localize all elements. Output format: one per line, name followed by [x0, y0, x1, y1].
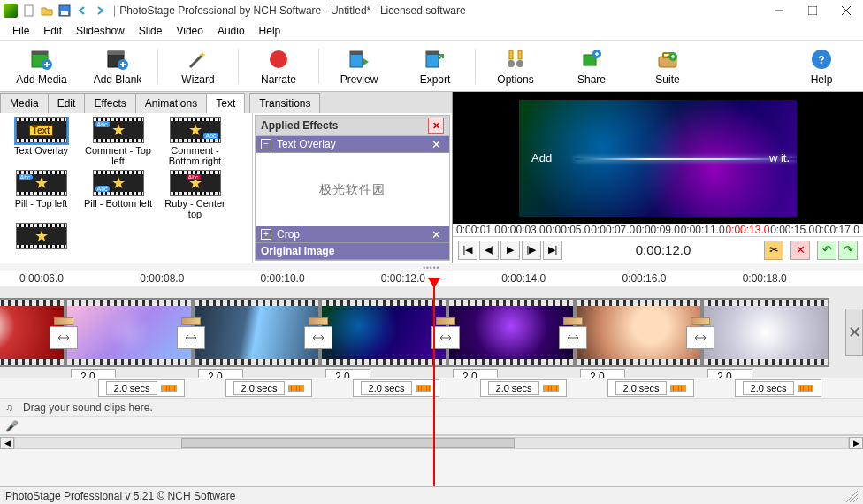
- add-media-button[interactable]: Add Media: [4, 42, 80, 90]
- clip[interactable]: 2.0▾: [575, 298, 702, 367]
- preview-button[interactable]: Preview: [321, 42, 397, 90]
- menu-video[interactable]: Video: [169, 23, 210, 39]
- menu-edit[interactable]: Edit: [36, 23, 69, 39]
- maximize-button[interactable]: [796, 0, 829, 21]
- clip-duration[interactable]: 2.0▾: [453, 369, 498, 379]
- new-icon[interactable]: [21, 3, 37, 19]
- delete-end-button[interactable]: ✕: [845, 309, 863, 356]
- clip[interactable]: 2.0▾: [702, 298, 829, 367]
- redo-button[interactable]: ↷: [838, 241, 858, 260]
- remove-effect-icon[interactable]: ✕: [432, 138, 444, 150]
- scroll-right-button[interactable]: ▶: [849, 437, 863, 449]
- tab-transitions[interactable]: Transitions: [249, 93, 320, 113]
- transition-duration[interactable]: 2.0 secs: [587, 379, 714, 397]
- redo-icon[interactable]: [92, 3, 108, 19]
- effect-comment-bottom-right[interactable]: ★AbcComment - Bottom right: [157, 117, 233, 166]
- transition-duration[interactable]: 2.0 secs: [332, 379, 460, 397]
- narration-track[interactable]: 🎤: [0, 417, 863, 435]
- effect-pill-bottom-left[interactable]: ★AbcPill - Bottom left: [80, 170, 156, 219]
- effect-more[interactable]: ★: [4, 223, 79, 259]
- effect-pill-top-left[interactable]: Abc★Pill - Top left: [4, 170, 79, 219]
- menu-audio[interactable]: Audio: [210, 23, 252, 39]
- applied-effect-crop[interactable]: + Crop ✕: [256, 226, 449, 243]
- preview-label: Preview: [340, 73, 378, 86]
- step-back-button[interactable]: ◀|: [479, 241, 499, 260]
- collapse-icon[interactable]: −: [261, 139, 271, 149]
- clip[interactable]: 2.0▾: [0, 298, 65, 367]
- clip-duration[interactable]: 2.0▾: [707, 369, 752, 379]
- tab-text[interactable]: Text: [206, 93, 245, 113]
- tab-media[interactable]: Media: [0, 93, 49, 113]
- minimize-button[interactable]: [762, 0, 796, 21]
- effect-comment-top-left[interactable]: Abc★Comment - Top left: [80, 117, 156, 166]
- open-icon[interactable]: [39, 3, 55, 19]
- menu-help[interactable]: Help: [252, 23, 288, 39]
- narrate-button[interactable]: Narrate: [241, 42, 317, 90]
- save-icon[interactable]: [57, 3, 73, 19]
- preview-viewport[interactable]: Add w it.: [453, 92, 863, 224]
- delete-button[interactable]: ✕: [790, 241, 810, 260]
- clip[interactable]: 2.0▾: [193, 298, 320, 367]
- suite-button[interactable]: Suite: [630, 42, 706, 90]
- close-panel-icon[interactable]: ✕: [428, 118, 444, 134]
- timeline-scrollbar[interactable]: ◀ ▶: [0, 435, 863, 449]
- transition-duration[interactable]: 2.0 secs: [78, 379, 205, 397]
- split-button[interactable]: ✂: [764, 241, 783, 260]
- menu-slideshow[interactable]: Slideshow: [69, 23, 132, 39]
- share-button[interactable]: Share: [554, 42, 630, 90]
- applied-effect-text-overlay[interactable]: − Text Overlay ✕: [256, 136, 449, 153]
- audio-track[interactable]: ♫ Drag your sound clips here.: [0, 398, 863, 417]
- play-button[interactable]: ▶: [500, 241, 520, 260]
- tab-effects[interactable]: Effects: [84, 93, 135, 113]
- tab-animations[interactable]: Animations: [135, 93, 207, 113]
- clip[interactable]: 2.0▾: [320, 298, 447, 367]
- wizard-button[interactable]: Wizard: [160, 42, 236, 90]
- clip-duration[interactable]: 2.0▾: [325, 369, 370, 379]
- clip-duration[interactable]: 2.0▾: [198, 369, 243, 379]
- undo-button[interactable]: ↶: [817, 241, 836, 260]
- menu-slide[interactable]: Slide: [132, 23, 170, 39]
- effect-text-overlay[interactable]: TextText Overlay: [4, 117, 79, 166]
- undo-icon[interactable]: [74, 3, 90, 19]
- effect-grid[interactable]: TextText Overlay Abc★Comment - Top left …: [4, 117, 248, 259]
- options-label: Options: [497, 73, 533, 86]
- add-blank-label: Add Blank: [94, 73, 142, 86]
- transition-duration[interactable]: 2.0 secs: [714, 379, 842, 397]
- tab-edit[interactable]: Edit: [48, 93, 86, 113]
- video-track[interactable]: 2.0▾ 2.0▾ 2.0▾ 2.0▾ 2.0▾ 2.0▾: [0, 286, 863, 378]
- transition-duration[interactable]: 2.0 secs: [460, 379, 587, 397]
- splitter-grip[interactable]: ▪▪▪▪▪: [0, 263, 863, 271]
- close-button[interactable]: [829, 0, 863, 21]
- transition-handle[interactable]: [301, 317, 336, 349]
- narrate-label: Narrate: [261, 73, 296, 86]
- clip[interactable]: 2.0▾: [65, 298, 193, 367]
- transition-handle[interactable]: [173, 317, 209, 349]
- go-end-button[interactable]: ▶|: [543, 241, 562, 260]
- clip[interactable]: 2.0▾: [447, 298, 575, 367]
- export-button[interactable]: Export: [397, 42, 473, 90]
- narrate-icon: [266, 47, 291, 72]
- go-start-button[interactable]: |◀: [458, 241, 477, 260]
- transition-handle[interactable]: [46, 317, 81, 349]
- expand-icon[interactable]: +: [261, 229, 271, 240]
- transition-duration[interactable]: 2.0 secs: [205, 379, 332, 397]
- options-button[interactable]: Options: [477, 42, 554, 90]
- scroll-thumb[interactable]: [181, 438, 515, 448]
- add-blank-button[interactable]: Add Blank: [80, 42, 156, 90]
- playhead[interactable]: [433, 286, 435, 486]
- preview-ruler[interactable]: 0:00:01.0 0:00:03.0 0:00:05.0 0:00:07.0 …: [453, 224, 863, 236]
- scroll-track[interactable]: [14, 437, 849, 449]
- effect-ruby-center-top[interactable]: Abc★Ruby - Center top: [157, 170, 233, 219]
- clip-duration[interactable]: 2.0▾: [580, 369, 625, 379]
- menu-file[interactable]: File: [5, 23, 36, 39]
- original-image-row[interactable]: Original Image: [256, 243, 449, 260]
- transition-handle[interactable]: [683, 317, 718, 349]
- remove-effect-icon[interactable]: ✕: [432, 228, 444, 241]
- add-blank-icon: [105, 47, 130, 72]
- transition-handle[interactable]: [555, 317, 591, 349]
- step-fwd-button[interactable]: |▶: [522, 241, 541, 260]
- scroll-left-button[interactable]: ◀: [0, 437, 14, 449]
- help-button[interactable]: ?Help: [783, 42, 859, 90]
- resize-grip[interactable]: [845, 490, 858, 502]
- clip-duration[interactable]: 2.0▾: [71, 369, 116, 379]
